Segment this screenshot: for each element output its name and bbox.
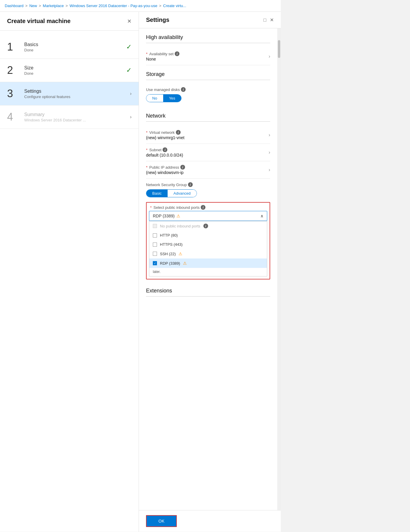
checkbox-rdp: ✓ — [153, 261, 157, 265]
rdp-warning-icon: ⚠ — [183, 261, 187, 266]
inbound-ports-label: * Select public inbound ports i — [147, 203, 270, 210]
breadcrumb-sep-1: > — [25, 4, 28, 8]
panel-title: Create virtual machine — [7, 18, 71, 25]
subnet-chevron: › — [269, 150, 270, 155]
step-1[interactable]: 1 Basics Done ✓ — [0, 35, 139, 59]
virtual-network-label: * Virtual network i — [146, 130, 269, 135]
availability-set-info-icon[interactable]: i — [175, 51, 179, 56]
scrollbar-thumb — [278, 40, 280, 58]
inbound-ports-info-icon[interactable]: i — [201, 205, 205, 210]
nsg-basic-btn[interactable]: Basic — [146, 190, 168, 197]
public-ip-label: * Public IP address i — [146, 165, 269, 170]
step-2-name: Size — [24, 65, 124, 71]
step-4-info: Summary Windows Server 2016 Datacenter .… — [24, 112, 128, 122]
settings-header-buttons: □ ✕ — [263, 17, 274, 23]
managed-disks-label: Use managed disks i — [146, 87, 270, 92]
managed-disks-field: Use managed disks i No Yes — [146, 85, 270, 107]
nsg-toggle: Basic Advanced — [146, 189, 197, 197]
chevron-icon-3: › — [130, 91, 132, 96]
step-4-number: 4 — [7, 111, 22, 123]
breadcrumb-product[interactable]: Windows Server 2016 Datacenter - Pay-as-… — [69, 4, 157, 8]
step-2-number: 2 — [7, 64, 22, 77]
availability-set-value: None — [146, 57, 269, 61]
breadcrumb-new[interactable]: New — [29, 4, 37, 8]
step-1-info: Basics Done — [24, 42, 124, 52]
network-section-title: Network — [146, 107, 270, 122]
managed-disks-yes-btn[interactable]: Yes — [163, 95, 181, 102]
check-icon-1: ✓ — [126, 43, 132, 51]
settings-header: Settings □ ✕ — [139, 12, 281, 28]
chevron-icon-4: › — [130, 114, 132, 120]
right-panel: Settings □ ✕ High availability * Availab… — [139, 12, 281, 532]
subnet-info-icon[interactable]: i — [163, 147, 167, 152]
ssh-warning-icon: ⚠ — [179, 251, 182, 256]
subnet-value: default (10.0.0.0/24) — [146, 153, 269, 157]
breadcrumb-sep-2: > — [39, 4, 41, 8]
checkbox-https — [153, 243, 157, 247]
checkbox-no-ports — [153, 224, 157, 228]
subnet-left: * Subnet i default (10.0.0.0/24) — [146, 147, 269, 157]
subnet-label: * Subnet i — [146, 147, 269, 152]
virtual-network-info-icon[interactable]: i — [176, 130, 181, 135]
close-button[interactable]: ✕ — [127, 19, 132, 24]
availability-set-field[interactable]: * Availability set i None › — [146, 48, 270, 65]
port-option-ssh[interactable]: SSH (22) ⚠ — [149, 249, 267, 258]
settings-close-button[interactable]: ✕ — [270, 17, 274, 23]
virtual-network-left: * Virtual network i (new) winvmrg1-vnet — [146, 130, 269, 140]
step-1-number: 1 — [7, 41, 22, 53]
step-3[interactable]: 3 Settings Configure optional features › — [0, 82, 139, 105]
port-option-rdp[interactable]: ✓ RDP (3389) ⚠ — [149, 258, 267, 268]
public-ip-left: * Public IP address i (new) windowsvm-ip — [146, 165, 269, 175]
extensions-section-title: Extensions — [146, 283, 270, 297]
step-4[interactable]: 4 Summary Windows Server 2016 Datacenter… — [0, 105, 139, 129]
settings-title: Settings — [146, 17, 169, 23]
port-option-no-ports[interactable]: No public inbound ports i — [149, 221, 267, 231]
checkbox-ssh — [153, 252, 157, 256]
subnet-field[interactable]: * Subnet i default (10.0.0.0/24) › — [146, 144, 270, 161]
inbound-ports-dropdown-trigger[interactable]: RDP (3389) ⚠ ∧ — [149, 211, 267, 221]
dropdown-note: later. — [149, 268, 267, 276]
step-1-sub: Done — [24, 48, 124, 52]
step-2-info: Size Done — [24, 65, 124, 76]
breadcrumb: Dashboard > New > Marketplace > Windows … — [0, 0, 281, 12]
breadcrumb-marketplace[interactable]: Marketplace — [43, 4, 64, 8]
maximize-button[interactable]: □ — [263, 17, 266, 23]
dropdown-chevron-up: ∧ — [260, 214, 263, 218]
managed-disks-info-icon[interactable]: i — [181, 87, 186, 92]
availability-set-left: * Availability set i None — [146, 51, 269, 61]
breadcrumb-sep-3: > — [66, 4, 68, 8]
scrollbar[interactable] — [277, 28, 281, 510]
virtual-network-field[interactable]: * Virtual network i (new) winvmrg1-vnet … — [146, 126, 270, 144]
inbound-ports-section: * Select public inbound ports i RDP (338… — [146, 202, 270, 279]
nsg-info-icon[interactable]: i — [188, 182, 193, 187]
public-ip-field[interactable]: * Public IP address i (new) windowsvm-ip… — [146, 161, 270, 179]
ok-button[interactable]: OK — [146, 515, 177, 527]
step-list: 1 Basics Done ✓ 2 Size Done ✓ 3 — [0, 31, 139, 134]
step-3-number: 3 — [7, 87, 22, 100]
checkbox-http — [153, 233, 157, 237]
left-panel: Create virtual machine ✕ 1 Basics Done ✓… — [0, 12, 139, 532]
managed-disks-no-btn[interactable]: No — [146, 95, 163, 102]
nsg-advanced-btn[interactable]: Advanced — [168, 190, 197, 197]
dropdown-selected-text: RDP (3389) — [153, 214, 175, 218]
step-3-sub: Configure optional features — [24, 95, 128, 99]
step-2[interactable]: 2 Size Done ✓ — [0, 59, 139, 82]
breadcrumb-dashboard[interactable]: Dashboard — [5, 4, 24, 8]
breadcrumb-current[interactable]: Create virtu... — [163, 4, 186, 8]
managed-disks-toggle: No Yes — [146, 94, 181, 102]
subnet-required-star: * — [146, 148, 148, 152]
settings-body: High availability * Availability set i N… — [139, 28, 277, 510]
main-container: Create virtual machine ✕ 1 Basics Done ✓… — [0, 12, 281, 532]
nsg-field: Network Security Group i Basic Advanced — [146, 179, 270, 199]
virtual-network-value: (new) winvmrg1-vnet — [146, 135, 269, 140]
bottom-bar: OK — [139, 510, 281, 532]
public-ip-info-icon[interactable]: i — [180, 165, 185, 170]
port-option-https[interactable]: HTTPS (443) — [149, 240, 267, 249]
port-option-http[interactable]: HTTP (80) — [149, 231, 267, 240]
extensions-placeholder — [146, 299, 270, 317]
required-star: * — [146, 52, 148, 56]
step-3-info: Settings Configure optional features — [24, 89, 128, 99]
vnet-required-star: * — [146, 130, 148, 135]
check-icon-2: ✓ — [126, 66, 132, 74]
no-ports-info-icon[interactable]: i — [203, 224, 208, 228]
